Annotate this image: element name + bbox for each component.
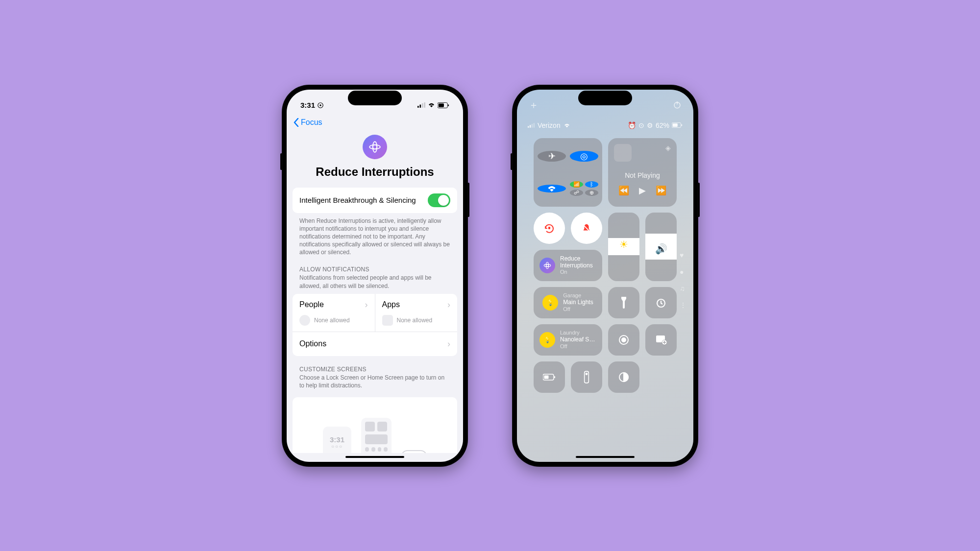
apps-state: None allowed — [397, 317, 433, 324]
control-center-screen: ＋ Verizon ⏰ ⊙ ⚙ 62% ✈ ◎ — [517, 90, 693, 462]
people-state: None allowed — [314, 317, 350, 324]
focus-tile-icon — [539, 258, 555, 273]
bluetooth-button[interactable]: ᛒ — [585, 181, 598, 188]
screen-record-button[interactable] — [608, 324, 639, 356]
lock-time: 3:31 — [330, 435, 344, 444]
lightbulb-icon: 💡 — [542, 295, 558, 311]
page-title: Reduce Interruptions — [293, 165, 457, 179]
svg-point-27 — [622, 338, 626, 342]
svg-rect-17 — [534, 123, 535, 127]
connectivity-page-icon[interactable]: ⋮ — [680, 301, 686, 309]
svg-rect-32 — [554, 376, 555, 378]
svg-rect-16 — [532, 123, 533, 127]
cc-status-bar: Verizon ⏰ ⊙ ⚙ 62% — [517, 112, 693, 134]
low-power-button[interactable] — [534, 361, 565, 393]
home-tile-laundry[interactable]: 💡 Laundry Nanoleaf Skylight Off — [534, 324, 602, 356]
phone-left-frame: 3:31 Focus Reduce Interruptions Intellig… — [282, 85, 468, 467]
connectivity-module[interactable]: ✈ ◎ 📶 ᛒ ☍ ⊕ — [534, 138, 602, 207]
toggle-switch-on[interactable] — [428, 193, 450, 207]
vpn-button[interactable]: ⊕ — [585, 190, 598, 196]
rotation-lock-button[interactable] — [534, 213, 565, 244]
watch-face-preview[interactable] — [401, 450, 427, 453]
svg-rect-5 — [424, 102, 425, 108]
dot-page-icon[interactable]: ● — [680, 268, 686, 276]
lock-screen-preview[interactable]: 3:31 ○○○ — [323, 427, 351, 453]
home-indicator[interactable] — [576, 456, 635, 458]
settings-screen: 3:31 Focus Reduce Interruptions Intellig… — [287, 90, 463, 462]
forward-button[interactable]: ⏩ — [656, 185, 666, 196]
back-button[interactable]: Focus — [301, 118, 322, 127]
app-placeholder — [382, 315, 393, 326]
chevron-right-icon: › — [447, 339, 450, 349]
wifi-icon — [428, 102, 435, 108]
home-tile-garage[interactable]: 💡 Garage Main Lights Off — [534, 287, 602, 318]
flashlight-button[interactable] — [608, 287, 639, 318]
heart-page-icon[interactable]: ♥ — [680, 251, 686, 259]
customize-card: 3:31 ○○○ — [293, 397, 457, 453]
nav-bar: Focus — [287, 113, 463, 130]
svg-point-1 — [319, 104, 321, 106]
options-row[interactable]: Options › — [293, 332, 457, 356]
intelligent-toggle-row[interactable]: Intelligent Breakthrough & Silencing — [293, 188, 457, 213]
apps-title: Apps — [382, 300, 400, 309]
remote-button[interactable] — [571, 361, 602, 393]
people-title: People — [299, 300, 324, 309]
apps-cell[interactable]: Apps › None allowed — [375, 294, 458, 332]
customize-heading: CUSTOMIZE SCREENS — [293, 363, 457, 374]
cellular-button[interactable]: 📶 — [570, 181, 583, 188]
album-art-placeholder — [614, 144, 632, 162]
toggle-description: When Reduce Interruptions is active, int… — [293, 213, 457, 264]
battery-icon — [438, 102, 449, 108]
allow-heading: ALLOW NOTIFICATIONS — [293, 263, 457, 274]
home-location: Garage — [563, 292, 593, 299]
focus-icon: ⚙ — [647, 121, 653, 129]
focus-name: Reduce Interruptions — [560, 255, 596, 269]
airdrop-button[interactable]: ◎ — [570, 151, 598, 162]
rewind-button[interactable]: ⏪ — [618, 185, 629, 196]
chevron-left-icon[interactable] — [294, 118, 299, 127]
status-time: 3:31 — [300, 101, 315, 109]
power-icon[interactable] — [673, 100, 682, 109]
svg-rect-3 — [419, 105, 421, 108]
home-indicator[interactable] — [345, 456, 404, 458]
carrier-label: Verizon — [538, 121, 561, 129]
svg-point-34 — [586, 373, 587, 374]
svg-point-10 — [369, 144, 380, 149]
connectivity-extras[interactable]: 📶 ᛒ ☍ ⊕ — [570, 181, 598, 196]
play-button[interactable]: ▶ — [639, 185, 646, 196]
silent-mode-button[interactable] — [571, 213, 602, 244]
timer-button[interactable] — [645, 287, 677, 318]
dynamic-island — [348, 91, 402, 105]
add-control-icon[interactable]: ＋ — [529, 98, 539, 112]
quick-note-button[interactable] — [645, 324, 677, 356]
svg-rect-31 — [544, 375, 549, 379]
chevron-right-icon: › — [365, 300, 368, 310]
focus-status-icon — [317, 102, 324, 109]
wifi-button[interactable] — [538, 185, 566, 192]
options-label: Options — [299, 339, 326, 348]
airplane-mode-button[interactable]: ✈ — [538, 151, 566, 162]
svg-rect-15 — [530, 125, 531, 127]
svg-rect-7 — [439, 103, 444, 107]
hotspot-button[interactable]: ☍ — [570, 190, 583, 196]
dark-mode-button[interactable] — [608, 361, 639, 393]
svg-point-22 — [546, 264, 549, 266]
page-indicators[interactable]: ♥ ● ♫ ⋮ — [680, 251, 686, 309]
home-state: Off — [563, 306, 593, 312]
battery-percent: 62% — [656, 121, 669, 129]
airplay-icon[interactable]: ◈ — [665, 144, 671, 152]
svg-point-9 — [373, 144, 377, 149]
people-cell[interactable]: People › None allowed — [293, 294, 375, 332]
svg-rect-4 — [422, 103, 423, 108]
avatar-placeholder — [299, 315, 310, 326]
focus-tile[interactable]: Reduce Interruptions On — [534, 250, 602, 281]
music-page-icon[interactable]: ♫ — [680, 285, 686, 292]
focus-mode-icon — [363, 135, 387, 159]
toggle-label: Intelligent Breakthrough & Silencing — [299, 196, 416, 204]
brightness-slider[interactable]: ☀ — [608, 213, 639, 281]
cellular-icon — [528, 123, 535, 128]
volume-slider[interactable]: 🔊 — [645, 213, 677, 281]
home-location: Laundry — [560, 330, 596, 336]
home-screen-preview[interactable] — [361, 418, 392, 453]
media-module[interactable]: ◈ Not Playing ⏪ ▶ ⏩ — [608, 138, 677, 207]
